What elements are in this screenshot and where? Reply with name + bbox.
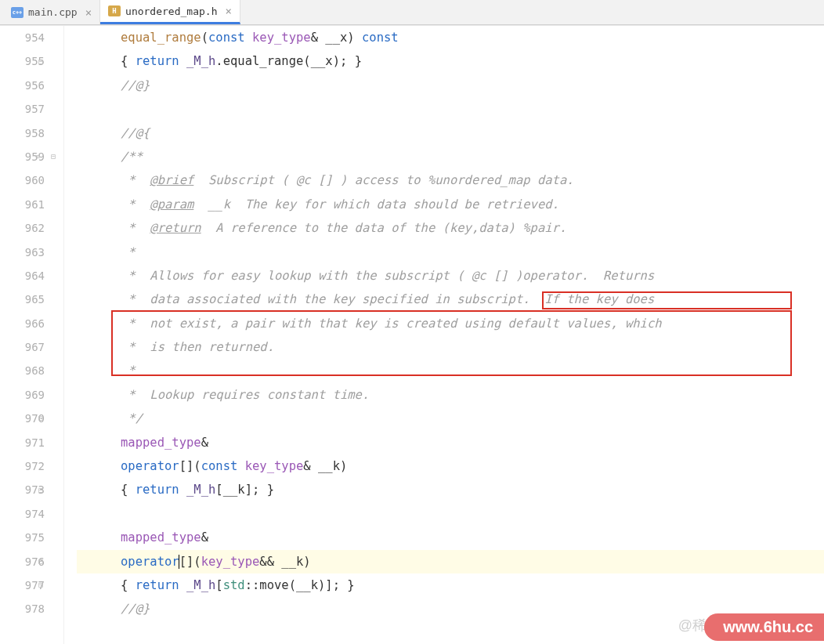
tab-unordered-map-h[interactable]: H unordered_map.h × <box>100 0 240 24</box>
code-line[interactable]: //@} <box>77 74 824 97</box>
code-line[interactable]: */ <box>77 407 824 430</box>
code-line[interactable]: mapped_type& <box>77 431 824 454</box>
code-line[interactable]: * Lookup requires constant time. <box>77 383 824 407</box>
line-number: 954 <box>0 26 45 49</box>
line-number: 964 <box>0 264 45 288</box>
code-line[interactable]: { return _M_h.equal_range(__x); } <box>77 49 824 73</box>
line-number: 974 <box>0 502 45 526</box>
gutter: 954 955⊟ 956 957 958 959⊟≡ 960 961 962 9… <box>0 26 64 644</box>
code-line[interactable]: /** <box>77 145 824 168</box>
code-line[interactable]: * data associated with the key specified… <box>77 288 824 311</box>
code-line[interactable]: { return _M_h[std::move(__k)]; } <box>77 573 824 597</box>
cpp-file-icon: c++ <box>11 7 23 18</box>
line-number: 975 <box>0 526 45 549</box>
code-line[interactable]: * <box>77 359 824 382</box>
line-number: 959⊟≡ <box>0 145 45 168</box>
line-number: 962 <box>0 216 45 240</box>
structure-icon: ≡ <box>35 145 40 168</box>
code-line[interactable]: * @param __k The key for which data shou… <box>77 193 824 216</box>
line-number: 961 <box>0 193 45 216</box>
line-number: 958 <box>0 121 45 145</box>
code-line-current[interactable]: operator[](key_type&& __k) <box>77 550 824 573</box>
fold-icon[interactable]: ⊟ <box>38 550 43 573</box>
code-line[interactable]: * not exist, a pair with that key is cre… <box>77 312 824 335</box>
fold-icon[interactable]: ⊟ <box>38 573 43 597</box>
line-number: 955⊟ <box>0 49 45 73</box>
close-icon[interactable]: × <box>225 5 231 17</box>
line-number: 973⊟ <box>0 478 45 501</box>
code-line[interactable]: * Allows for easy lookup with the subscr… <box>77 264 824 288</box>
fold-icon[interactable]: ⊟ <box>51 145 56 168</box>
code-area[interactable]: equal_range(const key_type& __x) const {… <box>64 26 824 644</box>
fold-icon[interactable]: ⊟ <box>38 478 43 501</box>
code-line[interactable]: equal_range(const key_type& __x) const <box>77 26 824 49</box>
h-file-icon: H <box>108 5 121 16</box>
tab-main-cpp[interactable]: c++ main.cpp × <box>3 0 100 24</box>
tab-bar: c++ main.cpp × H unordered_map.h × <box>0 0 824 25</box>
tab-label: unordered_map.h <box>125 5 217 17</box>
line-number: 960 <box>0 168 45 192</box>
code-line[interactable]: //@{ <box>77 121 824 145</box>
line-number: 969 <box>0 383 45 407</box>
line-number: 957 <box>0 97 45 121</box>
line-number: 970⊟ <box>0 407 45 430</box>
editor-area: 954 955⊟ 956 957 958 959⊟≡ 960 961 962 9… <box>0 25 824 644</box>
code-line[interactable]: mapped_type& <box>77 526 824 549</box>
line-number: 956 <box>0 74 45 97</box>
code-line[interactable]: * is then returned. <box>77 335 824 359</box>
line-number: 965 <box>0 288 45 311</box>
code-line[interactable]: * @return A reference to the data of the… <box>77 216 824 240</box>
watermark-text: @稀 <box>678 616 707 635</box>
code-line[interactable] <box>77 502 824 526</box>
line-number: 963 <box>0 241 45 264</box>
fold-icon[interactable]: ⊟ <box>38 407 43 430</box>
code-line[interactable] <box>77 97 824 121</box>
code-line[interactable]: * <box>77 241 824 264</box>
line-number: 978 <box>0 597 45 620</box>
line-number: 972 <box>0 454 45 478</box>
line-number: 976⊟ <box>0 550 45 573</box>
line-number: 977⊟ <box>0 573 45 597</box>
code-line[interactable]: operator[](const key_type& __k) <box>77 454 824 478</box>
line-number: 966 <box>0 312 45 335</box>
fold-icon[interactable]: ⊟ <box>38 49 43 73</box>
line-number: 971 <box>0 431 45 454</box>
code-line[interactable]: { return _M_h[__k]; } <box>77 478 824 501</box>
tab-label: main.cpp <box>28 6 78 18</box>
code-line[interactable]: * @brief Subscript ( @c [] ) access to %… <box>77 168 824 192</box>
brand-badge: www.6hu.cc <box>704 613 824 641</box>
line-number: 968 <box>0 359 45 382</box>
line-number: 967 <box>0 335 45 359</box>
close-icon[interactable]: × <box>85 6 92 19</box>
